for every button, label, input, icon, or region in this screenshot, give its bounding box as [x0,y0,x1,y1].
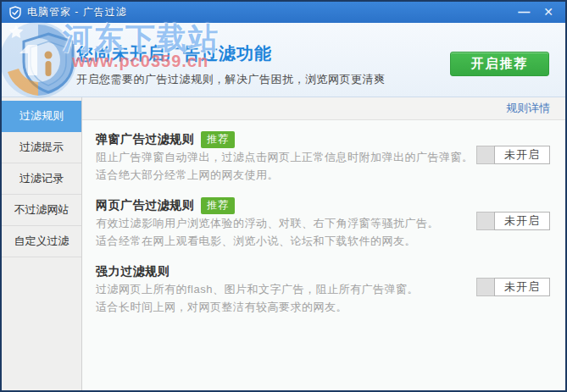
rule-toggle-switch[interactable]: 未开启 [476,212,550,230]
app-body: 过滤规则 过滤提示 过滤记录 不过滤网站 自定义过滤 规则详情 弹窗广告过滤规则… [2,97,565,390]
main-topbar: 规则详情 [82,97,565,120]
rule-details-link[interactable]: 规则详情 [506,101,550,116]
toggle-state-label: 未开启 [494,212,550,230]
toggle-knob[interactable] [476,212,494,230]
rule-description-2: 适合长时间上网，对网页整洁有较高要求的网友。 [96,298,550,316]
banner-subtitle: 开启您需要的广告过滤规则，解决广告困扰，浏览网页更清爽 [76,72,386,87]
rule-toggle-switch[interactable]: 未开启 [476,278,550,296]
sidebar-item-whitelist-sites[interactable]: 不过滤网站 [2,195,81,226]
rule-row-strong-filter: 强力过滤规则 过滤网页上所有的flash、图片和文字广告，阻止所有广告弹窗。 适… [96,257,550,323]
sidebar-item-filter-history[interactable]: 过滤记录 [2,163,81,195]
sidebar-item-filter-rules[interactable]: 过滤规则 [2,101,81,132]
rule-description-2: 适合经常在网上观看电影、浏览小说、论坛和下载软件的网友。 [96,232,550,250]
rule-row-webpage-ads: 网页广告过滤规则 推荐 有效过滤影响用户浏览体验的浮动、对联、右下角浮窗等骚扰广… [96,190,550,257]
shield-check-icon [8,6,22,19]
sidebar: 过滤规则 过滤提示 过滤记录 不过滤网站 自定义过滤 [2,97,82,390]
rules-list: 弹窗广告过滤规则 推荐 阻止广告弹窗自动弹出，过滤点击网页上正常信息时附加弹出的… [82,120,565,390]
titlebar: 电脑管家 - 广告过滤 — ✕ [2,2,565,23]
toggle-knob[interactable] [476,146,494,164]
enable-recommended-button[interactable]: 开启推荐 [450,52,549,76]
main-panel: 规则详情 弹窗广告过滤规则 推荐 阻止广告弹窗自动弹出，过滤点击网页上正常信息时… [82,97,565,390]
rule-title: 网页广告过滤规则 [96,198,194,213]
toggle-state-label: 未开启 [494,278,550,296]
rule-title: 弹窗广告过滤规则 [96,132,194,147]
rule-row-popup-ads: 弹窗广告过滤规则 推荐 阻止广告弹窗自动弹出，过滤点击网页上正常信息时附加弹出的… [96,124,550,190]
toggle-knob[interactable] [476,278,494,296]
sidebar-item-filter-tips[interactable]: 过滤提示 [2,132,81,163]
window-title: 电脑管家 - 广告过滤 [27,5,127,19]
app-window: 电脑管家 - 广告过滤 — ✕ 您尚未开启广告过滤功能 开启您需要的广告过滤规则… [0,0,567,392]
recommended-badge: 推荐 [201,131,235,148]
minimize-button[interactable]: — [518,2,530,23]
rule-description-2: 适合绝大部分经常上网的网友使用。 [96,166,550,184]
close-button[interactable]: ✕ [543,2,553,23]
window-controls: — ✕ [518,2,559,23]
rule-title: 强力过滤规则 [96,264,170,279]
recommended-badge: 推荐 [201,197,235,214]
shield-guard-icon [19,31,78,97]
sidebar-item-custom-filter[interactable]: 自定义过滤 [2,226,81,257]
banner-heading: 您尚未开启广告过滤功能 [76,42,272,65]
rule-toggle-switch[interactable]: 未开启 [476,146,550,164]
toggle-state-label: 未开启 [494,146,550,164]
banner: 您尚未开启广告过滤功能 开启您需要的广告过滤规则，解决广告困扰，浏览网页更清爽 … [2,23,565,97]
